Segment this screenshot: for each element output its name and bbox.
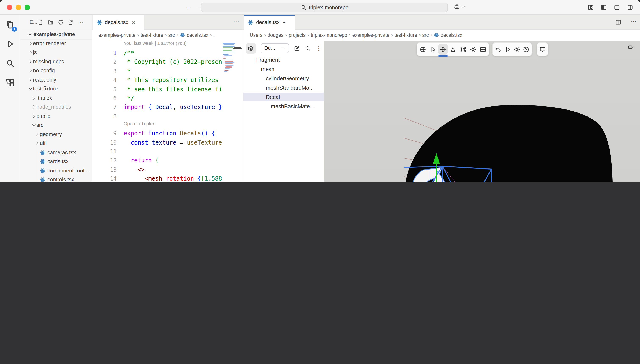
tree-item-react-only[interactable]: react-only [20,75,92,84]
split-editor-icon[interactable] [615,19,621,25]
code-line-9[interactable]: 9export function Decals() { [92,129,243,138]
viewport-prism-button[interactable] [448,44,458,54]
breadcrumb-item[interactable]: . [214,32,215,38]
edit-icon[interactable] [294,45,300,51]
activity-bar-item-run-debug[interactable] [0,34,20,54]
dirty-dot-icon[interactable]: ● [283,20,286,24]
new-folder-icon[interactable] [47,19,54,25]
breadcrumb-item[interactable]: decals.tsx [441,32,462,38]
breadcrumb-item[interactable]: test-fixture [140,32,163,38]
breadcrumb[interactable]: Users›douges›projects›triplex-monorepo›e… [243,30,640,40]
tab-decals-tsx-triplex[interactable]: decals.tsx ● [244,15,295,30]
tree-item-public[interactable]: public [20,112,92,121]
command-center-search[interactable]: triplex-monorepo [201,2,448,12]
tree-item-no-config[interactable]: no-config [20,66,92,75]
component-select[interactable]: De... [261,43,289,53]
tree-item-node-modules[interactable]: node_modules [20,102,92,112]
code-line-3[interactable]: 3 * [92,67,243,76]
tab-decals-tsx[interactable]: decals.tsx × [93,15,144,30]
viewport-undo-button[interactable] [494,44,503,54]
scene-item-meshBasicMate...[interactable]: meshBasicMate... [243,102,324,111]
tree-item-controls.tsx[interactable]: controls.tsx [20,175,92,182]
viewport-play-button[interactable] [503,44,512,54]
code-line-2[interactable]: 2 * Copyright (c) 2022–presen [92,58,243,67]
activity-bar-item-explorer[interactable]: 1 [0,15,20,34]
viewport-cursor-button[interactable] [428,44,438,54]
explorer-section-header[interactable]: examples-private [20,30,92,39]
more-actions-icon[interactable]: ⋯ [233,18,239,24]
viewport-help-button[interactable] [522,44,531,54]
code-line-1[interactable]: 1/** [92,48,243,58]
tree-item-test-fixture[interactable]: test-fixture [20,84,92,94]
close-icon[interactable]: × [132,19,135,26]
scene-item-meshStandardMa...[interactable]: meshStandardMa... [243,83,324,92]
viewport-gear-button[interactable] [512,44,521,54]
code-line-8[interactable]: 8 [92,112,243,121]
more-icon[interactable]: ⋯ [78,19,84,25]
minimap[interactable] [223,42,237,182]
viewport-transform-button[interactable] [458,44,468,54]
breadcrumb-item[interactable]: douges [268,32,283,38]
breadcrumb[interactable]: examples-private›test-fixture›src›decals… [92,30,243,40]
copilot-menu[interactable] [454,4,465,10]
tree-item-component-root...[interactable]: component-root... [20,166,92,175]
tree-item-js[interactable]: js [20,48,92,57]
kebab-menu-icon[interactable]: ⋮ [316,45,322,51]
breadcrumb-item[interactable]: projects [289,32,306,38]
tree-item-cards.tsx[interactable]: cards.tsx [20,157,92,166]
toggle-primary-sidebar-icon[interactable] [601,4,607,10]
3d-viewport[interactable]: Y Z [324,40,640,182]
code-line-7[interactable]: 7import { Decal, useTexture } [92,103,243,112]
code-line-14[interactable]: 14 <mesh rotation={[1.588 [92,174,243,182]
viewport-globe-button[interactable] [418,44,428,54]
tree-item-geometry[interactable]: geometry [20,130,92,139]
viewport-sun-button[interactable] [468,44,478,54]
new-file-icon[interactable] [37,19,44,25]
breadcrumb-item[interactable]: triplex-monorepo [311,32,347,38]
breadcrumb-item[interactable]: examples-private [98,32,135,38]
more-actions-icon[interactable]: ⋯ [631,18,636,24]
viewport-comment-button[interactable] [538,44,546,54]
breadcrumb-item[interactable]: src [422,32,429,38]
code-line-6[interactable]: 6 */ [92,94,243,103]
customize-layout-icon[interactable] [587,4,594,10]
code-line-11[interactable]: 11 [92,147,243,156]
tree-item-.triplex[interactable]: .triplex [20,94,92,102]
code-line-4[interactable]: 4 * This repository utilizes [92,76,243,85]
codelens-open-in-triplex[interactable]: Open in Triplex [92,121,243,129]
scene-item-cylinderGeometry[interactable]: cylinderGeometry [243,74,324,83]
breadcrumb-item[interactable]: decals.tsx [187,32,208,38]
code-line-12[interactable]: 12 return ( [92,156,243,165]
back-arrow-icon[interactable]: ← [185,4,191,10]
scrollbar-thumb[interactable] [233,47,242,50]
refresh-icon[interactable] [58,19,64,25]
scene-item-Fragment[interactable]: Fragment [243,56,324,65]
tree-item-missing-deps[interactable]: missing-deps [20,57,92,66]
layers-button[interactable] [246,43,256,54]
breadcrumb-item[interactable]: Users [250,32,263,38]
scene-item-mesh[interactable]: mesh [243,65,324,74]
viewport-frame-button[interactable] [478,44,488,54]
breadcrumb-item[interactable]: examples-private [352,32,389,38]
code-editor[interactable]: You, last week | 1 author (You)1/**2 * C… [92,40,243,182]
code-line-10[interactable]: 10 const texture = useTexture [92,138,243,147]
search-icon[interactable] [305,45,311,51]
activity-bar-item-extensions[interactable] [0,73,20,92]
code-line-5[interactable]: 5 * see this files license fi [92,85,243,94]
tree-item-cameras.tsx[interactable]: cameras.tsx [20,148,92,157]
minimize-window-button[interactable] [16,5,21,10]
breadcrumb-item[interactable]: test-fixture [394,32,417,38]
tree-item-util[interactable]: util [20,139,92,148]
codelens-blame[interactable]: You, last week | 1 author (You) [92,40,243,48]
viewport-move-button[interactable] [438,44,448,54]
breadcrumb-item[interactable]: src [168,32,175,38]
code-line-13[interactable]: 13 <> [92,165,243,174]
toggle-panel-icon[interactable] [614,4,620,10]
collapse-all-icon[interactable] [68,19,74,25]
toggle-secondary-sidebar-icon[interactable] [627,4,633,10]
zoom-window-button[interactable] [25,5,30,10]
scene-item-Decal[interactable]: Decal [243,92,324,102]
activity-bar-item-search[interactable] [0,54,20,73]
tree-item-error-renderer[interactable]: error-renderer [20,39,92,48]
camera-icon[interactable] [628,44,634,50]
